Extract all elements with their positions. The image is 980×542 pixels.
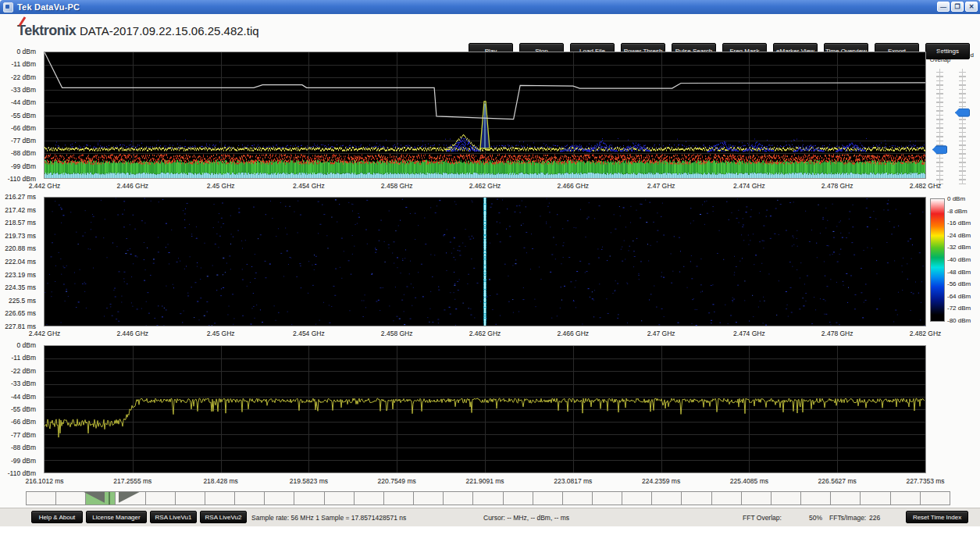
fft-overlap-slider-handle[interactable] (932, 145, 947, 154)
y-tick-label: -88 dBm (11, 444, 36, 451)
timeline-cell[interactable] (325, 492, 355, 505)
amplitude-colorbar (930, 198, 945, 322)
fft-overlap-slider[interactable] (936, 69, 943, 184)
loaded-filename: DATA-2017.09.22.15.06.25.482.tiq (80, 24, 259, 37)
y-tick-label: 223.19 ms (5, 271, 36, 279)
timeline-cell[interactable] (831, 492, 861, 505)
ffts-per-image-label: FFTs/Image: (829, 514, 866, 522)
y-tick-label: -77 dBm (11, 137, 36, 144)
timeline-cell[interactable] (563, 492, 593, 505)
y-tick-label: -88 dBm (11, 149, 36, 157)
timeline-cell[interactable] (593, 492, 622, 505)
spectrogram-canvas[interactable] (45, 198, 925, 326)
minimize-icon[interactable]: — (937, 2, 950, 12)
x-tick-label: 2.462 GHz (469, 330, 501, 337)
x-tick-label: 2.454 GHz (293, 182, 325, 190)
spectrum-x-axis: 2.442 GHz2.446 GHz2.45 GHz2.454 GHz2.458… (45, 180, 925, 191)
speed-slider-handle[interactable] (955, 109, 970, 117)
spectrum-plot-area[interactable] (44, 52, 926, 179)
status-bar: Help & AboutLicense ManagerRSA LiveVu1RS… (0, 508, 980, 526)
colorbar-tick-label: -24 dBm (947, 231, 971, 238)
spectrogram-y-axis: 216.27 ms217.42 ms218.57 ms219.73 ms220.… (0, 197, 39, 326)
timeline-cell[interactable] (384, 492, 414, 505)
timeline-cell[interactable] (414, 492, 444, 505)
timeline-cell[interactable] (56, 492, 86, 505)
x-tick-label: 2.446 GHz (116, 330, 148, 337)
close-icon[interactable]: ✕ (965, 2, 978, 12)
x-tick-label: 2.442 GHz (29, 330, 61, 337)
power-time-plot-area[interactable] (44, 345, 926, 473)
timeline-cell[interactable] (861, 492, 890, 505)
status-button-help-about[interactable]: Help & About (31, 511, 83, 523)
y-tick-label: -22 dBm (11, 73, 36, 81)
timeline-cell[interactable] (473, 492, 503, 505)
timeline-cell[interactable] (176, 492, 205, 505)
colorbar-tick-label: -56 dBm (947, 280, 971, 287)
timeline-cell[interactable] (921, 492, 950, 505)
timeline-cell[interactable] (26, 492, 56, 505)
x-tick-label: 2.47 GHz (647, 182, 675, 190)
reset-time-index-button[interactable]: Reset Time Index (906, 511, 968, 523)
timeline-cell[interactable] (355, 492, 384, 505)
timeline-cell[interactable] (652, 492, 682, 505)
timeline-cell[interactable] (444, 492, 473, 505)
colorbar-tick-label: -72 dBm (947, 305, 971, 312)
speed-slider-groove (962, 69, 963, 184)
x-tick-label: 2.482 GHz (910, 330, 942, 337)
x-tick-label: 216.1012 ms (25, 477, 63, 485)
power-time-canvas[interactable] (45, 346, 925, 472)
y-tick-label: -77 dBm (11, 431, 36, 439)
timeline-cell[interactable] (801, 492, 831, 505)
colorbar-tick-label: -16 dBm (947, 219, 971, 226)
timeline-cell[interactable] (294, 492, 324, 505)
x-tick-label: 220.7549 ms (378, 477, 416, 485)
colorbar-labels: 0 dBm-8 dBm-16 dBm-24 dBm-32 dBm-40 dBm-… (947, 198, 980, 320)
spectrum-canvas[interactable] (45, 52, 925, 178)
x-tick-label: 227.7353 ms (906, 477, 944, 485)
speed-slider[interactable] (959, 69, 966, 184)
y-tick-label: -22 dBm (11, 367, 36, 375)
x-tick-label: 2.458 GHz (381, 330, 413, 337)
y-tick-label: -44 dBm (11, 98, 36, 106)
timeline-cell[interactable] (235, 492, 265, 505)
maximize-icon[interactable]: ❐ (951, 2, 964, 12)
x-tick-label: 2.462 GHz (469, 182, 501, 190)
timeline-cell[interactable] (712, 492, 742, 505)
timeline-cell[interactable] (742, 492, 772, 505)
y-tick-label: 226.65 ms (5, 309, 36, 317)
ffts-per-image-value: 226 (869, 514, 880, 522)
x-tick-label: 218.428 ms (203, 477, 237, 485)
y-tick-label: -99 dBm (11, 457, 36, 465)
spectrogram-x-axis: 2.442 GHz2.446 GHz2.45 GHz2.454 GHz2.458… (45, 328, 925, 339)
x-tick-label: 219.5823 ms (290, 477, 328, 485)
y-tick-label: -55 dBm (11, 405, 36, 413)
timeline-cell[interactable] (533, 492, 563, 505)
colorbar-tick-label: -64 dBm (947, 292, 971, 299)
status-button-license-manager[interactable]: License Manager (86, 511, 147, 523)
x-tick-label: 221.9091 ms (465, 477, 504, 485)
status-button-rsa-livevu1[interactable]: RSA LiveVu1 (150, 511, 197, 523)
timeline-cell[interactable] (772, 492, 801, 505)
colorbar-tick-label: -32 dBm (947, 244, 971, 251)
speed-slider-label: Speed (954, 52, 976, 59)
y-tick-label: 220.88 ms (5, 244, 36, 252)
y-tick-label: 218.57 ms (5, 219, 36, 226)
timeline-cell[interactable] (891, 492, 921, 505)
colorbar-tick-label: -40 dBm (947, 256, 971, 263)
timeline-cell[interactable] (504, 492, 533, 505)
y-tick-label: -11 dBm (12, 60, 37, 68)
fft-overlap-status-value: 50% (809, 514, 822, 522)
timeline-cell[interactable] (682, 492, 711, 505)
y-tick-label: -66 dBm (11, 418, 36, 426)
timeline-cell[interactable] (205, 492, 235, 505)
status-button-rsa-livevu2[interactable]: RSA LiveVu2 (200, 511, 247, 523)
x-tick-label: 225.4085 ms (730, 477, 768, 485)
x-tick-label: 226.5627 ms (818, 477, 857, 485)
x-tick-label: 2.474 GHz (733, 330, 765, 337)
x-tick-label: 2.45 GHz (207, 330, 235, 337)
timeline-cell[interactable] (265, 492, 294, 505)
y-tick-label: 219.73 ms (5, 232, 36, 240)
timeline-cell[interactable] (622, 492, 652, 505)
timeline-cell[interactable] (146, 492, 176, 505)
spectrogram-plot-area[interactable] (44, 197, 926, 326)
